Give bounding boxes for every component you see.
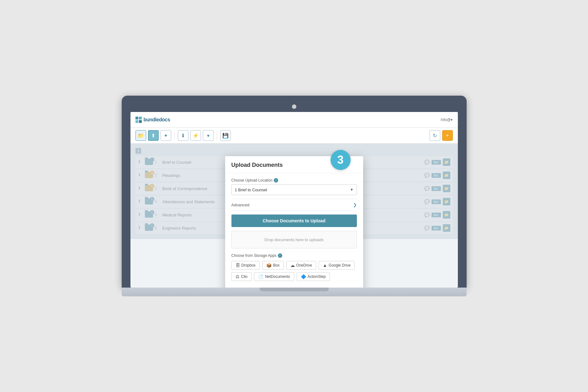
modal-header: Upload Documents 3: [225, 156, 363, 173]
app-container: bundledocs Info@▾ 📁 ⬆ ✦ ⬇ ⚡ ▾ 💾 ↻: [130, 112, 458, 288]
app-logo-text: bundledocs: [144, 117, 170, 123]
toolbar-share-btn[interactable]: ✦: [161, 130, 171, 141]
toolbar-separator: [174, 131, 175, 140]
storage-app-netdocuments-btn[interactable]: 📄NetDocuments: [254, 272, 294, 281]
storage-app-icon: ▲: [323, 263, 327, 268]
drop-zone-label: Drop documents here to uploads: [264, 237, 324, 242]
storage-app-clio-btn[interactable]: ⚖Clio: [231, 272, 252, 281]
storage-app-label: Box: [273, 263, 280, 268]
logo-icon: [135, 117, 142, 123]
location-select-wrapper: 1 Brief to Counsel2 Pleadings3 Book of C…: [231, 184, 357, 195]
modal-backdrop: Upload Documents 3 Choose Upload Locatio…: [130, 144, 458, 239]
storage-app-label: Clio: [241, 274, 248, 279]
storage-app-icon: ⚖: [236, 274, 240, 279]
advanced-arrow-icon: ❯: [353, 202, 357, 207]
storage-app-icon: 🗄: [236, 263, 240, 268]
toolbar-download-btn[interactable]: ⬇: [178, 130, 188, 141]
modal-title: Upload Documents: [231, 162, 283, 168]
header-user[interactable]: Info@▾: [441, 118, 453, 122]
storage-info-icon: i: [278, 253, 282, 258]
storage-app-actionstep-btn[interactable]: 🔷ActionStep: [297, 272, 330, 281]
toolbar-folder-btn[interactable]: 📁: [135, 130, 146, 141]
upload-location-label: Choose Upload Location i: [231, 178, 357, 183]
laptop-base: [122, 288, 467, 296]
storage-app-dropbox-btn[interactable]: 🗄Dropbox: [231, 261, 260, 270]
toolbar-merge-btn[interactable]: ⚡: [190, 130, 201, 141]
storage-app-label: Dropbox: [241, 263, 256, 268]
toolbar-add-btn[interactable]: +: [442, 130, 453, 141]
logo-area: bundledocs: [135, 117, 170, 123]
upload-modal: Upload Documents 3 Choose Upload Locatio…: [225, 156, 363, 288]
storage-app-label: NetDocuments: [265, 274, 290, 279]
toolbar-upload-btn[interactable]: ⬆: [148, 130, 159, 141]
laptop-screen: bundledocs Info@▾ 📁 ⬆ ✦ ⬇ ⚡ ▾ 💾 ↻: [130, 112, 458, 288]
location-select[interactable]: 1 Brief to Counsel2 Pleadings3 Book of C…: [231, 184, 357, 195]
advanced-row[interactable]: Advanced ❯: [231, 199, 357, 211]
toolbar-refresh-btn[interactable]: ↻: [430, 130, 440, 141]
storage-apps-container: 🗄Dropbox📦Box☁OneDrive▲Google Drive⚖Clio📄…: [231, 261, 357, 281]
storage-apps-label: Choose from Storage Apps i: [231, 253, 357, 258]
info-icon: i: [274, 178, 278, 183]
toolbar-separator-2: [217, 131, 217, 140]
modal-body: Choose Upload Location i 1 Brief to Coun…: [225, 173, 363, 288]
toolbar: 📁 ⬆ ✦ ⬇ ⚡ ▾ 💾 ↻ +: [130, 128, 458, 144]
storage-app-icon: 📦: [266, 263, 272, 268]
main-content: ❯ ❯ 1 Brief to Counsel 💬 Inc 📁 ❯ 18 2 Pl…: [130, 144, 458, 239]
step-badge: 3: [331, 150, 351, 170]
storage-app-label: OneDrive: [296, 263, 312, 268]
storage-app-icon: 🔷: [301, 274, 306, 279]
drop-zone[interactable]: Drop documents here to uploads: [231, 231, 357, 248]
storage-app-label: ActionStep: [308, 274, 326, 279]
app-header: bundledocs Info@▾: [130, 112, 458, 128]
toolbar-right: ↻ +: [430, 130, 453, 141]
storage-app-icon: 📄: [258, 274, 263, 279]
toolbar-save-btn[interactable]: 💾: [220, 130, 231, 141]
toolbar-more-btn[interactable]: ▾: [203, 130, 214, 141]
storage-app-icon: ☁: [290, 263, 295, 268]
choose-documents-btn[interactable]: Choose Documents to Upload: [231, 215, 357, 227]
storage-app-label: Google Drive: [329, 263, 351, 268]
storage-app-box-btn[interactable]: 📦Box: [262, 261, 284, 270]
storage-app-onedrive-btn[interactable]: ☁OneDrive: [286, 261, 316, 270]
laptop-camera: [292, 104, 296, 109]
storage-app-google-drive-btn[interactable]: ▲Google Drive: [319, 261, 355, 270]
advanced-label: Advanced: [231, 203, 250, 207]
